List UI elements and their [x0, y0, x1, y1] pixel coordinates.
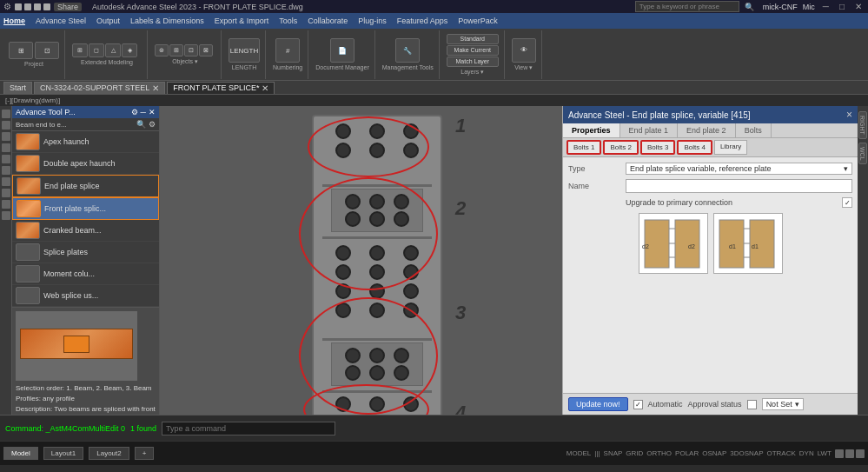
command-input[interactable] [162, 422, 335, 435]
status-otrack[interactable]: OTRACK [766, 449, 795, 457]
right-edge-right[interactable]: RIGHT [858, 111, 867, 139]
toolbar-btn-2[interactable]: ⊡ [35, 42, 59, 59]
sidebar-icon-7[interactable] [2, 177, 10, 186]
ribbon-tab-labels[interactable]: Labels & Dimensions [130, 17, 204, 25]
status-grid2[interactable]: GRID [626, 449, 643, 457]
props-subtab-bolts1[interactable]: Bolts 1 [567, 140, 601, 155]
status-polar[interactable]: POLAR [675, 449, 699, 457]
canvas-area[interactable]: 1 2 3 4 [160, 106, 562, 415]
toolbar-btn-layer1[interactable]: Standard [447, 34, 499, 44]
search-box[interactable]: Type a keyword or phrase [635, 1, 739, 12]
toolbar-btn-layer3[interactable]: Match Layer [447, 57, 499, 67]
ribbon-tab-plugins[interactable]: Plug-ins [358, 17, 387, 25]
toolbar-group-numbering: # Numbering [268, 30, 308, 79]
ribbon-tab-output[interactable]: Output [96, 17, 120, 25]
toolbar-btn-document[interactable]: 📄 [330, 38, 354, 63]
tab-front-close[interactable]: ✕ [262, 83, 268, 93]
toolbar-btn-view[interactable]: 👁 [512, 38, 536, 63]
tab-support-close[interactable]: ✕ [152, 83, 159, 93]
ribbon-tab-tools[interactable]: Tools [279, 17, 297, 25]
status-dyn[interactable]: DYN [799, 449, 814, 457]
tool-item-web-splice[interactable]: Web splice us... [12, 285, 159, 307]
window-close[interactable]: ✕ [852, 2, 865, 11]
props-tab-end2[interactable]: End plate 2 [678, 123, 736, 137]
status-osnap[interactable]: OSNAP [702, 449, 726, 457]
props-tab-bolts[interactable]: Bolts [736, 123, 772, 137]
toolbar-btn-1[interactable]: ⊞ [9, 42, 33, 59]
window-minimize[interactable]: ─ [820, 2, 832, 11]
tool-item-double-apex[interactable]: Double apex haunch [12, 153, 159, 175]
status-tab-add[interactable]: + [135, 447, 155, 460]
status-tab-layout2[interactable]: Layout2 [89, 447, 129, 460]
sidebar-icon-4[interactable] [2, 143, 10, 152]
toolbar-btn-ext2[interactable]: ◻ [89, 43, 104, 57]
automatic-checkbox[interactable]: ✓ [633, 400, 643, 409]
tool-item-end-plate[interactable]: End plate splice [12, 175, 159, 197]
status-3dosnap[interactable]: 3DOSNAP [730, 449, 763, 457]
status-lwt[interactable]: LWT [818, 449, 832, 457]
tool-item-moment-colu[interactable]: Moment colu... [12, 263, 159, 285]
props-subtab-library[interactable]: Library [714, 140, 747, 155]
props-type-dropdown[interactable]: End plate splice variable, reference pla… [626, 163, 852, 175]
sidebar-icon-5[interactable] [2, 155, 10, 163]
props-tab-properties[interactable]: Properties [563, 123, 620, 137]
right-edge-wcl[interactable]: WCL [858, 143, 867, 165]
toolbar-btn-length[interactable]: LENGTH [229, 38, 260, 63]
tool-panel-minimize[interactable]: ─ [141, 108, 146, 116]
tool-item-splice-plates[interactable]: Splice plates [12, 242, 159, 263]
sidebar-icon-6[interactable] [2, 166, 10, 175]
sidebar-icon-8[interactable] [2, 189, 10, 197]
toolbar-btn-mgmt[interactable]: 🔧 [395, 38, 420, 63]
toolbar-btn-ext1[interactable]: ⊞ [72, 43, 88, 57]
toolbar-btn-ext4[interactable]: ◈ [122, 43, 137, 57]
ribbon-tab-collaborate[interactable]: Collaborate [308, 17, 348, 25]
status-tab-layout1[interactable]: Layout1 [43, 447, 83, 460]
tool-item-front-plate[interactable]: Front plate splic... [12, 197, 159, 220]
props-subtab-bolts3[interactable]: Bolts 3 [640, 140, 675, 155]
ribbon-tab-featured[interactable]: Featured Apps [397, 17, 448, 25]
tab-start[interactable]: Start [3, 82, 32, 94]
toolbar-btn-obj2[interactable]: ⊞ [169, 44, 183, 57]
toolbar-btn-obj4[interactable]: ⊠ [199, 44, 213, 57]
tool-item-apex-haunch[interactable]: Apex haunch [12, 131, 159, 153]
props-subtab-bolts2[interactable]: Bolts 2 [603, 140, 638, 155]
toolbar-group-layers: Standard Make Current Match Layer Layers… [441, 30, 505, 79]
ribbon-tab-export[interactable]: Export & Import [215, 17, 269, 25]
toolbar-btn-layer2[interactable]: Make Current [447, 45, 499, 56]
tool-panel-sub-icon1[interactable]: 🔍 [136, 120, 146, 129]
props-tab-end1[interactable]: End plate 1 [620, 123, 679, 137]
sidebar-icon-1[interactable] [2, 110, 10, 118]
sidebar-icon-2[interactable] [2, 121, 10, 130]
bolt-b2 [369, 348, 385, 363]
ribbon-tab-advance[interactable]: Advance Steel [36, 17, 86, 25]
status-snap[interactable]: SNAP [604, 449, 623, 457]
approval-checkbox[interactable] [747, 400, 757, 409]
sidebar-icon-10[interactable] [2, 211, 10, 220]
toolbar-btn-obj1[interactable]: ⊛ [155, 44, 169, 57]
toolbar-btn-obj3[interactable]: ⊡ [184, 44, 198, 57]
props-content: Type End plate splice variable, referenc… [563, 157, 858, 393]
sidebar-icon-3[interactable] [2, 132, 10, 141]
status-tab-model[interactable]: Model [3, 447, 38, 460]
approval-dropdown[interactable]: Not Set ▾ [762, 398, 804, 410]
tab-front-plate[interactable]: FRONT PLATE SPLICE* ✕ [167, 82, 275, 94]
ribbon-tab-powerpack[interactable]: PowerPack [458, 17, 498, 25]
props-upgrade-checkbox[interactable]: ✓ [842, 197, 852, 208]
props-name-input[interactable] [626, 179, 852, 193]
share-btn[interactable]: Share [54, 3, 82, 11]
update-now-btn[interactable]: Update now! [568, 397, 628, 411]
tool-panel-close[interactable]: ✕ [149, 108, 156, 116]
tool-panel-settings[interactable]: ⚙ [131, 108, 138, 116]
toolbar-btn-numbering[interactable]: # [275, 38, 300, 63]
tool-item-cranked-beam[interactable]: Cranked beam... [12, 220, 159, 242]
toolbar-btn-ext3[interactable]: △ [105, 43, 121, 57]
tab-support-steel[interactable]: CN-3324-02-SUPPORT STEEL ✕ [34, 82, 165, 94]
props-close-btn[interactable]: × [846, 109, 852, 121]
status-grid[interactable]: ||| [594, 449, 600, 457]
props-subtab-bolts4[interactable]: Bolts 4 [677, 140, 712, 155]
tool-panel-sub-icon2[interactable]: ⚙ [149, 120, 156, 129]
status-ortho[interactable]: ORTHO [646, 449, 672, 457]
window-maximize[interactable]: □ [837, 2, 847, 11]
ribbon-tab-home[interactable]: Home [3, 17, 25, 25]
sidebar-icon-9[interactable] [2, 200, 10, 209]
